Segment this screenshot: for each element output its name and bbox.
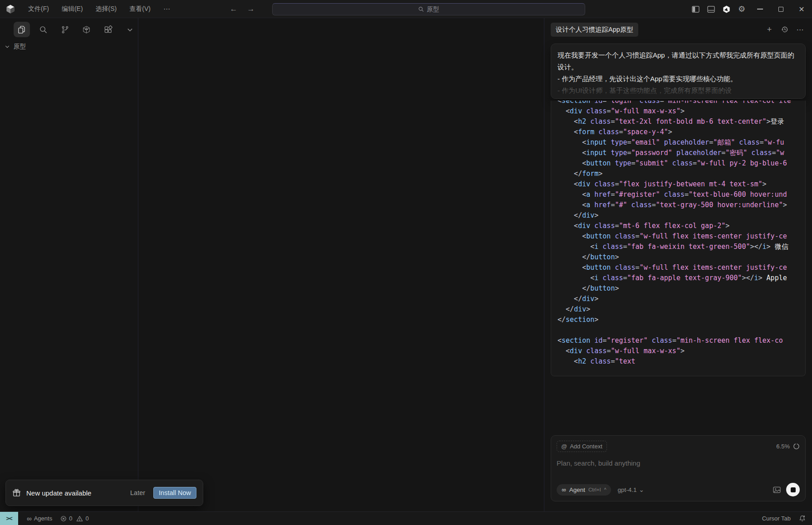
- menu-view[interactable]: 查看(V): [125, 3, 155, 15]
- chat-more-button[interactable]: ⋯: [795, 24, 806, 35]
- cursor-tab-status[interactable]: Cursor Tab: [758, 515, 795, 522]
- status-bar: >< ∞ Agents 0 0 Cursor Tab: [0, 511, 812, 525]
- usage-ring-icon: [793, 443, 800, 450]
- chat-tab-title[interactable]: 设计个人习惯追踪App原型: [551, 23, 638, 37]
- chat-history-icon[interactable]: [779, 24, 790, 35]
- maximize-button[interactable]: [770, 0, 791, 18]
- cursor-ai-pane-icon[interactable]: [719, 0, 734, 18]
- user-message-bubble[interactable]: 现在我要开发一个个人习惯追踪App，请通过以下方式帮我完成所有原型页面的设计。 …: [551, 44, 806, 99]
- stop-square-icon: [791, 487, 796, 492]
- agents-label: Agents: [34, 515, 52, 522]
- explorer-root-folder[interactable]: 原型: [0, 40, 138, 53]
- stop-generation-button[interactable]: [786, 483, 800, 496]
- agent-shortcut: Ctrl+I: [588, 487, 601, 492]
- warnings-icon: [76, 515, 83, 522]
- install-now-button[interactable]: Install Now: [153, 487, 196, 499]
- gift-icon: [12, 489, 21, 497]
- ai-chat-panel: 设计个人习惯追踪App原型 + ⋯ 现在我要开发一个个人习惯追踪App，请通过以…: [544, 18, 812, 511]
- titlebar-right: ⚙ ✕: [688, 0, 812, 18]
- command-search-input[interactable]: 原型: [272, 3, 585, 15]
- user-message-line2: - 作为产品经理，先设计出这个App需要实现哪些核心功能。: [558, 73, 799, 85]
- toggle-panel-icon[interactable]: [703, 0, 719, 18]
- infinity-icon: ∞: [562, 486, 566, 493]
- activity-bar: [0, 18, 138, 40]
- title-bar: 文件(F) 编辑(E) 选择(S) 查看(V) ⋯ ← → 原型: [0, 0, 812, 18]
- search-value: 原型: [427, 5, 439, 14]
- menu-selection[interactable]: 选择(S): [91, 3, 122, 15]
- forward-button[interactable]: →: [246, 5, 256, 14]
- settings-gear-icon[interactable]: ⚙: [734, 0, 749, 18]
- chat-header: 设计个人习惯追踪App原型 + ⋯: [551, 22, 806, 37]
- explorer-root-label: 原型: [14, 43, 26, 51]
- close-button[interactable]: ✕: [791, 0, 812, 18]
- error-count: 0: [69, 515, 72, 522]
- extensions-icon[interactable]: [100, 22, 117, 37]
- add-context-button[interactable]: @ Add Context: [557, 441, 607, 452]
- menu-edit[interactable]: 编辑(E): [57, 3, 88, 15]
- notifications-bell[interactable]: [795, 515, 812, 522]
- model-name: gpt-4.1: [617, 486, 636, 493]
- search-panel-icon[interactable]: [35, 22, 52, 37]
- menu-file[interactable]: 文件(F): [24, 3, 54, 15]
- warning-count: 0: [85, 515, 88, 522]
- cursor-logo-icon: [5, 4, 15, 14]
- agent-caret-icon: ^: [604, 487, 607, 492]
- bell-icon: [799, 515, 806, 522]
- at-icon: @: [561, 443, 567, 450]
- errors-icon: [60, 515, 67, 522]
- infinity-icon: ∞: [27, 515, 32, 522]
- minimize-button[interactable]: [749, 0, 770, 18]
- user-message-line1: 现在我要开发一个个人习惯追踪App，请通过以下方式帮我完成所有原型页面的设计。: [558, 49, 799, 73]
- sidebar: 原型: [0, 18, 138, 511]
- explorer-files-icon[interactable]: [14, 22, 30, 37]
- later-button[interactable]: Later: [127, 487, 148, 498]
- chevron-down-icon: [5, 44, 10, 49]
- agents-status-item[interactable]: ∞ Agents: [23, 512, 56, 525]
- agent-mode-label: Agent: [569, 486, 585, 493]
- toggle-sidebar-icon[interactable]: [688, 0, 703, 18]
- add-context-label: Add Context: [570, 443, 602, 450]
- editor-area[interactable]: [139, 18, 543, 511]
- search-icon: [418, 6, 424, 12]
- source-control-icon[interactable]: [57, 22, 73, 37]
- menu-bar: 文件(F) 编辑(E) 选择(S) 查看(V) ⋯: [24, 3, 175, 15]
- code-block[interactable]: <section id="login" class="min-h-screen …: [551, 101, 806, 376]
- user-message-line3: - 作为UI设计师，基于这些功能点，完成所有原型界面的设: [558, 85, 799, 97]
- usage-percent: 6.5%: [776, 443, 790, 450]
- attach-image-icon[interactable]: [773, 486, 781, 493]
- update-notification-toast: New update available Later Install Now: [5, 480, 203, 506]
- menu-more-button[interactable]: ⋯: [159, 4, 175, 14]
- activity-chevron-down-icon[interactable]: [122, 22, 138, 37]
- agent-mode-selector[interactable]: ∞ Agent Ctrl+I ^: [557, 484, 611, 496]
- new-chat-button[interactable]: +: [764, 24, 775, 35]
- chat-prompt-placeholder[interactable]: Plan, search, build anything: [557, 459, 800, 467]
- model-selector[interactable]: gpt-4.1 ⌄: [617, 486, 644, 493]
- remote-cube-icon[interactable]: [78, 22, 95, 37]
- chat-input-box[interactable]: @ Add Context 6.5% Plan, search, build a…: [551, 435, 806, 501]
- model-caret-icon: ⌄: [639, 486, 644, 493]
- nav-history: ← →: [229, 5, 256, 14]
- app-window: 文件(F) 编辑(E) 选择(S) 查看(V) ⋯ ← → 原型: [0, 0, 812, 525]
- toast-title: New update available: [26, 489, 91, 497]
- context-usage: 6.5%: [776, 443, 800, 450]
- back-button[interactable]: ←: [229, 5, 239, 14]
- problems-status-item[interactable]: 0 0: [56, 512, 93, 525]
- remote-window-indicator[interactable]: ><: [0, 512, 18, 525]
